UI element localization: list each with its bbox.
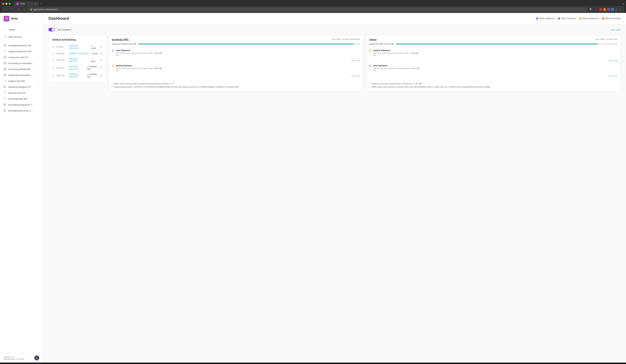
forward-button[interactable]: → <box>11 8 15 11</box>
server-meta: gpu=4090, provider=luke <box>596 38 618 40</box>
model-row: mistral inference idle for 43 secs, time… <box>369 47 618 58</box>
session-type-icon: 🖼 <box>3 103 7 106</box>
sidebar-app-name: Helix <box>11 17 18 20</box>
list-item[interactable]: 📄 magical-symposium-497 ⋮ <box>0 48 43 54</box>
list-item[interactable]: 📄 dazzling-chat-818 ⋮ <box>0 90 43 96</box>
schedule-link[interactable]: d15f2851 : b4f17243 <box>69 58 88 63</box>
session-type-icon: 💬 <box>3 56 7 59</box>
ext-1[interactable] <box>599 8 602 11</box>
list-item[interactable]: 🖼 fascinating-symposium-2... ⋮ <box>0 102 43 108</box>
session-more-button[interactable]: ⋮ <box>37 62 39 65</box>
memory-text: using 23.6 GB of 25.8 GB <box>369 43 394 45</box>
avatar[interactable]: 👤 <box>34 355 39 361</box>
session-more-button[interactable]: ⋮ <box>37 56 39 59</box>
sidebar-footer: Signed in as luke@mlops.consulting 👤 <box>0 353 43 363</box>
browser-tab[interactable]: Helix ✕ <box>14 1 39 6</box>
view-data-link[interactable]: view data <box>611 28 621 31</box>
ext-4[interactable] <box>611 8 614 11</box>
model-info: sdxl inference idle for 352 secs, timeou… <box>373 64 618 72</box>
session-more-button[interactable]: ⋮ <box>37 97 39 101</box>
sidebar-home-label: Home <box>9 28 15 31</box>
schedule-link[interactable]: 49cb6d42 : c58cd7e4 <box>69 73 85 78</box>
view-job-link[interactable]: view 1 job <box>112 74 360 78</box>
global-scheduling-title: Global Scheduling <box>52 38 102 41</box>
live-updates-toggle[interactable] <box>48 28 55 31</box>
server-card: mind gpu=4090, provider=luke using 23.6 … <box>366 35 621 91</box>
session-more-button[interactable]: ⋮ <box>37 91 39 95</box>
lock-icon: 🔒 <box>30 9 32 11</box>
session-name: enchanting-debate-486 <box>8 68 35 71</box>
share-icon[interactable]: ↑ <box>593 8 595 11</box>
list-item[interactable]: 🖼 elucidating-seminar-102 ⋮ <box>0 42 43 48</box>
list-item[interactable]: 📄 enchanting-talk-486 ⋮ <box>0 96 43 102</box>
eye-icon[interactable]: 👁 <box>100 74 102 77</box>
session-more-button[interactable]: ⋮ <box>37 73 39 77</box>
model-status-dot <box>369 49 371 52</box>
schedule-status-dot <box>52 53 54 55</box>
list-item[interactable]: 🖼 whimsical-dialogue-707 ⋮ <box>0 84 43 90</box>
minimize-dot[interactable] <box>5 3 7 5</box>
session-name: magical-chat-455 <box>8 80 35 82</box>
session-type-icon: 🖼 <box>3 85 7 89</box>
close-dot[interactable] <box>2 3 4 5</box>
eye-icon[interactable]: 👁 <box>100 52 102 55</box>
eye-icon[interactable]: 👁 <box>100 67 102 69</box>
session-type-icon: 📄 <box>3 97 7 101</box>
tab-close-button[interactable]: ✕ <box>35 2 36 5</box>
model-section: sdxl inference idle for 381 secs, timeou… <box>112 47 360 78</box>
bookmark-icon[interactable]: ☆ <box>596 8 598 11</box>
view-job-link[interactable]: view 1 job <box>112 58 360 63</box>
new-session-button[interactable]: + New Session <box>0 33 43 40</box>
signed-in-label: Signed in as <box>3 356 33 358</box>
url-text: app.tryhelix.ai/dashboard <box>33 8 57 11</box>
schedule-status-dot <box>52 75 54 77</box>
new-tab-button[interactable]: + <box>40 2 42 5</box>
session-name: whimsical-dialogue-707 <box>8 86 35 88</box>
sidebar-item-home[interactable]: ⌂ Home <box>0 26 43 33</box>
model-info: sdxl inference idle for 381 secs, timeou… <box>116 49 360 56</box>
list-item[interactable]: 🖼 spellbinding-discussion-... ⋮ <box>0 72 43 78</box>
ext-2[interactable] <box>603 8 606 11</box>
back-button[interactable]: ← <box>5 8 9 11</box>
view-job-link[interactable]: view 1 job <box>369 74 618 78</box>
eye-icon[interactable]: 👁 <box>100 59 102 62</box>
session-more-button[interactable]: ⋮ <box>37 44 39 47</box>
tab-menu-icon[interactable]: ▾ <box>623 2 624 5</box>
fullscreen-dot[interactable] <box>9 3 11 5</box>
eye-icon[interactable]: 👁 <box>100 46 102 48</box>
list-item[interactable]: 💬 enchanting-debate-486 ⋮ <box>0 66 43 72</box>
view-job-link[interactable]: view 1 job <box>369 58 618 63</box>
session-name: constructive-talk-573 <box>8 56 35 59</box>
refresh-button[interactable]: ↻ <box>17 8 21 11</box>
search-icon[interactable]: 🔍 <box>589 8 592 11</box>
main-content: Dashboard SDXL InferenceSDXL FinetuneMis… <box>43 13 626 363</box>
schedule-link[interactable]: 49cb6d42 : 420b2436 <box>69 44 89 49</box>
session-name: dazzling-chat-818 <box>8 92 35 94</box>
schedule-status-dot <box>52 59 54 61</box>
session-more-button[interactable]: ⋮ <box>37 109 39 112</box>
table-row: 10:53:38 f346fb54 : f97670ed -> mind 👁 <box>52 51 102 56</box>
address-bar[interactable]: 🔒 app.tryhelix.ai/dashboard <box>28 7 587 11</box>
list-item[interactable]: 💬 constructive-talk-573 ⋮ <box>0 54 43 60</box>
home-button[interactable]: ⌂ <box>23 8 26 11</box>
signed-in-user: luke@mlops.consulting <box>3 358 33 360</box>
list-item[interactable]: 📄 magical-chat-455 ⋮ <box>0 78 43 84</box>
session-more-button[interactable]: ⋮ <box>37 79 39 83</box>
session-type-icon: 📄 <box>3 80 7 83</box>
session-more-button[interactable]: ⋮ <box>37 103 39 106</box>
settings-icon[interactable]: ⚙ <box>615 8 617 11</box>
plus-icon: + <box>3 35 7 39</box>
more-icon[interactable]: ⋮ <box>619 8 621 11</box>
list-item[interactable]: 💬 enchanting-conversation-... ⋮ <box>0 60 43 66</box>
session-more-button[interactable]: ⋮ <box>37 50 39 53</box>
session-more-button[interactable]: ⋮ <box>37 85 39 89</box>
servers-column: lambda-001 gpu=a100, provider=lambdalabs… <box>109 35 621 91</box>
list-item[interactable]: 🖼 fascinating-discussion-7... ⋮ <box>0 108 43 114</box>
ext-3[interactable] <box>607 8 610 11</box>
schedule-link[interactable]: f346fb54 : f97670ed <box>69 52 88 55</box>
session-more-button[interactable]: ⋮ <box>37 68 39 71</box>
session-type-icon: 🖼 <box>3 74 7 77</box>
schedule-link[interactable]: 15c523f4 : a314e7d2 <box>69 65 84 70</box>
schedule-destination: -> mind <box>91 44 98 49</box>
server-memory: using 41.9 GB of 42.9 GB <box>112 43 360 45</box>
